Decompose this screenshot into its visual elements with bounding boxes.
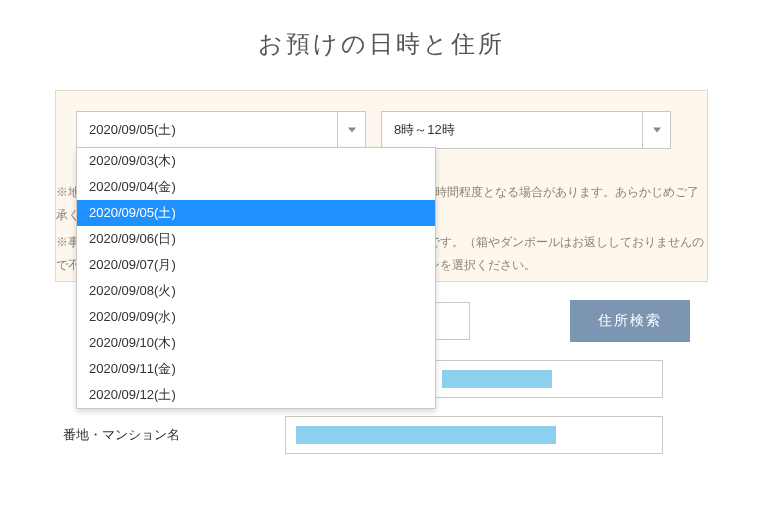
- date-option[interactable]: 2020/09/11(金): [77, 356, 435, 382]
- city-value-masked: [442, 370, 552, 388]
- date-select[interactable]: 2020/09/05(土): [76, 111, 366, 149]
- date-select-value: 2020/09/05(土): [77, 121, 337, 139]
- date-option[interactable]: 2020/09/04(金): [77, 174, 435, 200]
- date-option[interactable]: 2020/09/07(月): [77, 252, 435, 278]
- page-title: お預けの日時と住所: [0, 28, 763, 60]
- chevron-down-icon: [642, 112, 670, 148]
- date-option[interactable]: 2020/09/05(土): [77, 200, 435, 226]
- chevron-down-icon: [337, 112, 365, 148]
- address2-value-masked: [296, 426, 556, 444]
- date-option[interactable]: 2020/09/03(木): [77, 148, 435, 174]
- date-option[interactable]: 2020/09/12(土): [77, 382, 435, 408]
- time-select[interactable]: 8時～12時: [381, 111, 671, 149]
- date-option[interactable]: 2020/09/10(木): [77, 330, 435, 356]
- date-option[interactable]: 2020/09/09(水): [77, 304, 435, 330]
- date-option[interactable]: 2020/09/08(火): [77, 278, 435, 304]
- time-select-value: 8時～12時: [382, 121, 642, 139]
- address2-row: 番地・マンション名: [55, 416, 708, 454]
- date-dropdown[interactable]: 2020/09/03(木)2020/09/04(金)2020/09/05(土)2…: [76, 147, 436, 409]
- address2-input[interactable]: [285, 416, 663, 454]
- date-option[interactable]: 2020/09/06(日): [77, 226, 435, 252]
- address-search-button[interactable]: 住所検索: [570, 300, 690, 342]
- datetime-panel: 2020/09/05(土) 8時～12時 ※地域や交通事情等により、ご希望に添え…: [55, 90, 708, 282]
- city-input[interactable]: [431, 360, 663, 398]
- address2-label: 番地・マンション名: [55, 426, 285, 444]
